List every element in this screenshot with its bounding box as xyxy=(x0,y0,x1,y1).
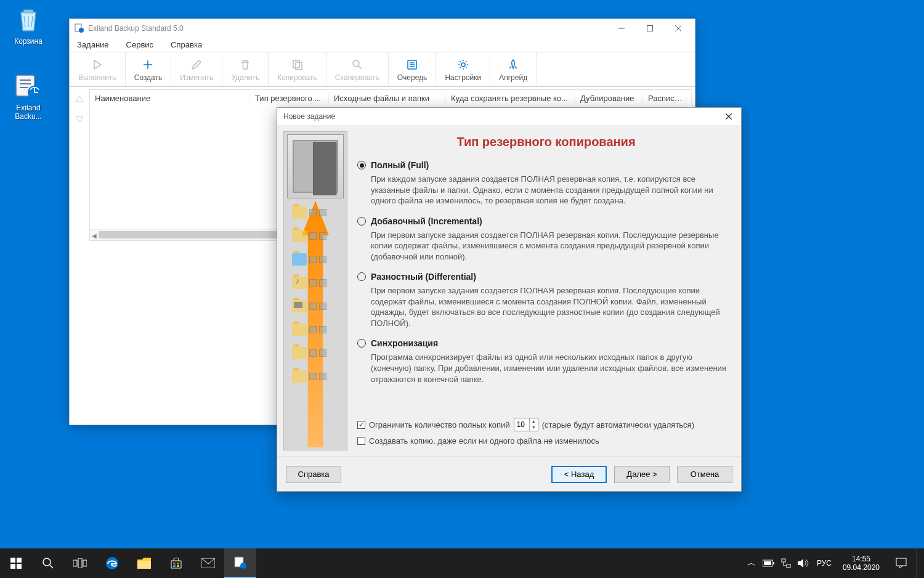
toolbar-create[interactable]: Создать xyxy=(126,52,172,86)
menu-task[interactable]: Задание xyxy=(77,40,109,49)
limit-input[interactable] xyxy=(514,420,529,429)
gear-icon xyxy=(457,57,469,72)
arrow-graphic xyxy=(291,201,340,447)
svg-rect-23 xyxy=(173,565,176,567)
svg-rect-20 xyxy=(137,561,151,569)
column-headers: Наименование Тип резервного ... Исходные… xyxy=(90,90,692,106)
dialog-title: Новое задание xyxy=(283,112,720,121)
desktop-icon-label: Exiland Backu... xyxy=(5,104,52,121)
cancel-button[interactable]: Отмена xyxy=(677,466,732,483)
option-full: Полный (Full) При каждом запуске задания… xyxy=(357,160,735,206)
option-sync: Синхронизация Программа синхронизирует ф… xyxy=(357,338,735,385)
radio-full-label[interactable]: Полный (Full) xyxy=(371,160,429,170)
toolbar-scan[interactable]: Сканировать xyxy=(326,52,389,86)
toolbar: Выполнить Создать Изменить Удалить Копир… xyxy=(70,52,695,87)
toolbar-upgrade[interactable]: Апгрейд xyxy=(490,52,537,86)
radio-full[interactable] xyxy=(357,161,366,169)
svg-point-8 xyxy=(353,60,359,67)
dialog-titlebar[interactable]: Новое задание xyxy=(277,108,741,125)
toolbar-copy[interactable]: Копировать xyxy=(269,52,326,86)
safe-icon xyxy=(287,134,344,198)
tray-notifications[interactable] xyxy=(886,548,917,578)
desktop-icon-recycle-bin[interactable]: Корзина xyxy=(5,5,52,46)
svg-rect-11 xyxy=(10,558,15,563)
svg-point-4 xyxy=(79,28,84,33)
scroll-left-icon[interactable]: ◀ xyxy=(90,230,99,241)
help-button[interactable]: Справка xyxy=(286,466,341,483)
col-dup[interactable]: Дублирование xyxy=(575,94,643,103)
move-up-icon[interactable] xyxy=(74,94,85,108)
col-type[interactable]: Тип резервного ... xyxy=(250,94,329,103)
taskbar-search[interactable] xyxy=(32,548,64,578)
toolbar-settings[interactable]: Настройки xyxy=(436,52,490,86)
svg-rect-16 xyxy=(73,560,77,566)
titlebar[interactable]: Exiland Backup Standard 5.0 xyxy=(70,19,695,38)
toolbar-queue[interactable]: Очередь xyxy=(389,52,437,86)
dialog-heading: Тип резервного копирования xyxy=(357,135,735,149)
move-down-icon[interactable] xyxy=(74,113,85,126)
menu-service[interactable]: Сервис xyxy=(126,40,154,49)
back-button[interactable]: < Назад xyxy=(551,466,607,483)
option-incremental: Добавочный (Incremental) При первом запу… xyxy=(357,216,735,263)
maximize-button[interactable] xyxy=(636,19,664,38)
tray-clock[interactable]: 14:55 09.04.2020 xyxy=(837,555,886,572)
tray-network-icon[interactable] xyxy=(777,548,795,578)
plus-icon xyxy=(142,57,154,72)
radio-incremental-label[interactable]: Добавочный (Incremental) xyxy=(371,216,482,226)
toolbar-edit[interactable]: Изменить xyxy=(171,52,222,86)
checkbox-always-create[interactable] xyxy=(357,437,365,445)
spinner-up-icon[interactable]: ▲ xyxy=(530,418,538,425)
dialog-close-button[interactable] xyxy=(720,109,737,124)
taskbar-explorer[interactable] xyxy=(128,548,160,578)
checkbox-limit-label[interactable]: Ограничить количество полных копий xyxy=(369,420,510,429)
desktop-icon-label: Корзина xyxy=(5,37,52,46)
minimize-button[interactable] xyxy=(607,19,636,38)
tray-language[interactable]: РУС xyxy=(812,548,837,578)
svg-rect-24 xyxy=(177,565,179,567)
radio-differential-label[interactable]: Разностный (Differential) xyxy=(371,272,476,282)
taskbar-store[interactable] xyxy=(160,548,192,578)
show-desktop[interactable] xyxy=(917,548,920,578)
taskbar-edge[interactable] xyxy=(96,548,128,578)
toolbar-delete[interactable]: Удалить xyxy=(222,52,269,86)
col-source[interactable]: Исходные файлы и папки xyxy=(329,94,446,103)
radio-incremental[interactable] xyxy=(357,217,366,226)
tray-volume-icon[interactable] xyxy=(795,548,812,578)
taskbar-taskview[interactable] xyxy=(64,548,96,578)
svg-point-10 xyxy=(461,63,465,67)
taskbar-exiland-app[interactable] xyxy=(224,548,256,578)
desktop-icon-exiland[interactable]: Exiland Backu... xyxy=(5,71,52,121)
checkbox-always-label[interactable]: Создавать копию, даже если ни одного фай… xyxy=(369,436,599,446)
reorder-arrows xyxy=(70,87,89,241)
close-button[interactable] xyxy=(664,19,692,38)
tray-battery-icon[interactable] xyxy=(760,548,777,578)
col-dest[interactable]: Куда сохранять резервные ко... xyxy=(446,94,575,103)
svg-rect-12 xyxy=(17,558,22,563)
svg-rect-18 xyxy=(83,560,87,566)
toolbar-run[interactable]: Выполнить xyxy=(70,52,126,86)
radio-sync-label[interactable]: Синхронизация xyxy=(371,338,438,348)
clock-date: 09.04.2020 xyxy=(843,563,880,572)
taskbar-mail[interactable] xyxy=(192,548,224,578)
col-schedule[interactable]: Расписани xyxy=(643,94,692,103)
spinner-down-icon[interactable]: ▼ xyxy=(530,425,538,431)
svg-rect-5 xyxy=(647,26,653,31)
checkbox-limit-copies[interactable] xyxy=(357,421,365,429)
radio-sync[interactable] xyxy=(357,339,366,348)
limit-spinner[interactable]: ▲▼ xyxy=(514,418,538,431)
exiland-app-icon xyxy=(14,71,43,101)
svg-rect-33 xyxy=(896,558,906,566)
start-button[interactable] xyxy=(0,548,32,578)
svg-rect-7 xyxy=(296,62,302,70)
dialog-sidebar-image xyxy=(283,131,347,450)
tray-chevron-icon[interactable]: ︿ xyxy=(743,548,760,578)
svg-rect-21 xyxy=(173,563,176,564)
clock-time: 14:55 xyxy=(843,555,880,563)
col-name[interactable]: Наименование xyxy=(90,94,250,103)
menubar: Задание Сервис Справка xyxy=(70,38,695,52)
radio-differential[interactable] xyxy=(357,272,366,281)
next-button[interactable]: Далее > xyxy=(614,466,670,483)
menu-help[interactable]: Справка xyxy=(171,40,202,49)
trash-icon xyxy=(239,57,251,72)
app-icon xyxy=(75,23,84,33)
